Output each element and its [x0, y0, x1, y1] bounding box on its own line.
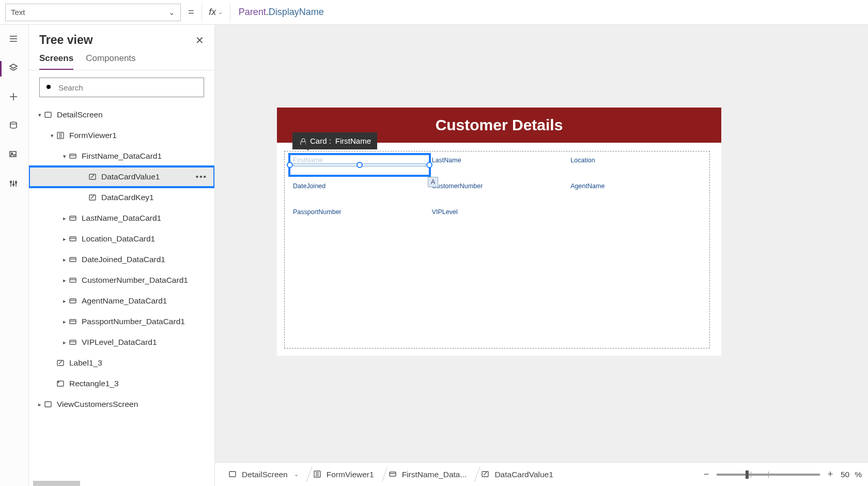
datacard-value [432, 216, 563, 223]
accessibility-badge[interactable]: A [428, 177, 438, 187]
zoom-out-button[interactable]: − [701, 469, 711, 480]
card-icon [68, 214, 78, 223]
datacard-key: CustomerNumber [432, 183, 563, 190]
tree-item-AgentName_DataCard1[interactable]: ▸AgentName_DataCard1••• [29, 291, 214, 311]
resize-handle-left[interactable] [287, 162, 293, 168]
card-icon [389, 470, 398, 479]
fx-button[interactable]: fx ⌄ [202, 4, 230, 21]
app-preview: Customer Details Card : FirstName FirstN… [277, 108, 721, 356]
tree-item-label: PassportNumber_DataCard1 [82, 317, 185, 326]
breadcrumb-label: FormViewer1 [327, 470, 374, 479]
hamburger-icon[interactable] [9, 34, 20, 45]
tab-components[interactable]: Components [86, 53, 135, 70]
card-icon [68, 151, 78, 161]
tree-item-VIPLevel_DataCard1[interactable]: ▸VIPLevel_DataCard1••• [29, 332, 214, 353]
datacard-value [293, 190, 424, 197]
selected-control-outline[interactable] [288, 153, 431, 177]
datacard-key: DateJoined [293, 183, 424, 190]
tree-item-FormViewer1[interactable]: ▾FormViewer1••• [29, 125, 214, 146]
form-icon [56, 131, 65, 140]
close-icon[interactable]: ✕ [195, 34, 204, 47]
breadcrumb-DataCardValue1[interactable]: DataCardValue1 [474, 463, 560, 486]
tree-view-icon[interactable] [9, 63, 20, 74]
tree-item-ViewCustomersScreen[interactable]: ▸ViewCustomersScreen••• [29, 394, 214, 415]
tree-item-DetailScreen[interactable]: ▾DetailScreen••• [29, 104, 214, 125]
tree-search[interactable] [39, 78, 204, 97]
tree-item-label: DateJoined_DataCard1 [82, 255, 165, 264]
datacard-AgentName[interactable]: AgentName [566, 180, 705, 206]
datacard-value [570, 164, 701, 171]
chevron-icon[interactable]: ▸ [61, 277, 68, 284]
form-icon [313, 470, 322, 479]
tree-item-label: FormViewer1 [69, 131, 117, 140]
datacard-CustomerNumber[interactable]: CustomerNumber [428, 180, 567, 206]
tree-item-DataCardKey1[interactable]: DataCardKey1••• [29, 187, 214, 208]
advanced-tools-icon[interactable] [9, 179, 20, 190]
formula-token-prop: DisplayName [269, 7, 324, 17]
chevron-icon[interactable]: ▸ [61, 318, 68, 325]
media-icon[interactable] [9, 150, 20, 161]
tree-item-label: DetailScreen [57, 110, 103, 119]
chevron-icon[interactable]: ▸ [61, 236, 68, 242]
search-icon [45, 83, 53, 92]
datacard-key: PassportNumber [293, 208, 424, 216]
tab-screens[interactable]: Screens [39, 53, 73, 70]
tree-item-Label1_3[interactable]: Label1_3••• [29, 353, 214, 373]
tree-item-FirstName_DataCard1[interactable]: ▾FirstName_DataCard1••• [29, 146, 214, 166]
datacard-VIPLevel[interactable]: VIPLevel [428, 206, 567, 232]
chevron-icon[interactable]: ▸ [61, 298, 68, 305]
tree-item-Rectangle1_3[interactable]: Rectangle1_3••• [29, 373, 214, 394]
datacard-LastName[interactable]: LastName [428, 155, 567, 180]
data-source-icon[interactable] [9, 121, 20, 132]
resize-handle-center[interactable] [357, 162, 363, 168]
tree-item-Location_DataCard1[interactable]: ▸Location_DataCard1••• [29, 229, 214, 249]
tree-horizontal-scrollbar[interactable] [33, 481, 80, 486]
zoom-slider[interactable] [717, 474, 820, 476]
chevron-down-icon: ⌄ [168, 8, 175, 17]
datacard-DateJoined[interactable]: DateJoined [289, 180, 428, 206]
chevron-icon[interactable]: ▾ [61, 153, 68, 160]
breadcrumb-label: DetailScreen [242, 470, 288, 479]
breadcrumb-FirstName_Data...[interactable]: FirstName_Data... [381, 463, 474, 486]
resize-handle-right[interactable] [426, 162, 432, 168]
tree-item-LastName_DataCard1[interactable]: ▸LastName_DataCard1••• [29, 208, 214, 229]
tree-item-label: LastName_DataCard1 [82, 214, 161, 223]
tree-item-label: AgentName_DataCard1 [82, 296, 167, 306]
canvas[interactable]: Customer Details Card : FirstName FirstN… [215, 25, 868, 486]
chevron-down-icon: ⌄ [218, 9, 223, 16]
breadcrumb-FormViewer1[interactable]: FormViewer1 [306, 463, 381, 486]
chevron-icon[interactable]: ▸ [61, 256, 68, 263]
tree-search-input[interactable] [57, 83, 198, 93]
app-header-label: Customer Details [277, 108, 721, 143]
edit-icon [88, 172, 97, 181]
breadcrumb-label: FirstName_Data... [402, 470, 467, 479]
tree-item-DateJoined_DataCard1[interactable]: ▸DateJoined_DataCard1••• [29, 249, 214, 270]
chevron-icon[interactable]: ▾ [36, 112, 43, 118]
breadcrumb-DetailScreen[interactable]: DetailScreen⌄ [221, 463, 306, 486]
datacard-value [432, 164, 563, 171]
formula-token-parent: Parent [239, 7, 266, 17]
zoom-slider-thumb[interactable] [746, 470, 749, 479]
chevron-icon[interactable]: ▸ [61, 215, 68, 222]
rect-icon [56, 379, 65, 388]
tree-item-PassportNumber_DataCard1[interactable]: ▸PassportNumber_DataCard1••• [29, 311, 214, 332]
more-options-icon[interactable]: ••• [196, 172, 207, 181]
insert-plus-icon[interactable] [9, 92, 20, 103]
status-bar: DetailScreen⌄FormViewer1FirstName_Data..… [215, 462, 868, 486]
property-dropdown[interactable]: Text ⌄ [5, 4, 181, 21]
edit-icon [88, 193, 97, 202]
datacard-Location[interactable]: Location [566, 155, 705, 180]
tree-item-CustomerNumber_DataCard1[interactable]: ▸CustomerNumber_DataCard1••• [29, 270, 214, 291]
datacard-PassportNumber[interactable]: PassportNumber [289, 206, 428, 232]
datacard-value [293, 216, 424, 223]
chevron-icon[interactable]: ▾ [49, 132, 56, 139]
tree-item-label: VIPLevel_DataCard1 [82, 338, 157, 347]
card-icon [68, 296, 78, 306]
tree-view-title: Tree view [39, 33, 93, 47]
chevron-icon[interactable]: ▸ [61, 339, 68, 346]
tree-item-label: DataCardKey1 [101, 193, 154, 202]
formula-bar[interactable]: Parent.DisplayName [236, 7, 863, 18]
zoom-in-button[interactable]: + [825, 469, 835, 480]
tree-item-DataCardValue1[interactable]: DataCardValue1••• [29, 166, 214, 187]
chevron-icon[interactable]: ▸ [36, 401, 43, 408]
